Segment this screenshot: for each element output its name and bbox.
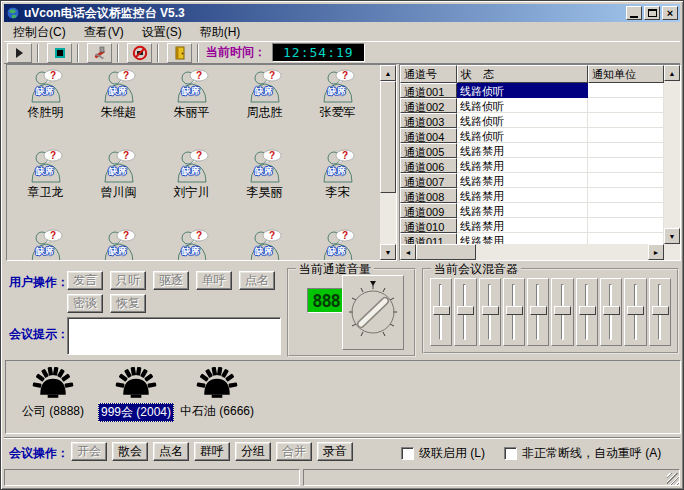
attendee-item[interactable]: 缺席 [9,229,82,260]
expel-button[interactable]: 驱逐 [153,271,189,290]
column-header-channel[interactable]: 通道号 [400,65,457,83]
scroll-up-button[interactable]: ▲ [664,65,680,81]
channel-row[interactable]: 通道004 线路侦听 [400,128,664,143]
channel-row[interactable]: 通道002 线路侦听 [400,98,664,113]
restore-button[interactable]: 恢复 [110,294,146,313]
slider-thumb[interactable] [627,306,644,315]
menu-help[interactable]: 帮助(H) [191,22,250,43]
attendee-item[interactable]: 缺席 朱维超 [82,69,155,149]
attendee-item[interactable]: 缺席 [82,229,155,260]
scroll-down-button[interactable]: ▼ [664,228,680,244]
mixer-slider[interactable] [479,278,501,346]
slider-thumb[interactable] [652,306,669,315]
channel-row-header[interactable]: 通道001 [400,83,457,98]
channels-vscrollbar[interactable]: ▲ ▼ [664,65,680,260]
attendee-item[interactable]: 缺席 李宋 [301,149,374,229]
mixer-slider[interactable] [527,278,549,346]
channel-row[interactable]: 通道001 线路侦听 [400,83,664,98]
channel-row[interactable]: 通道011 线路禁用 [400,233,664,244]
attendee-item[interactable]: 缺席 朱丽平 [155,69,228,149]
config-button[interactable] [87,43,112,63]
menu-console[interactable]: 控制台(C) [4,22,75,43]
channels-hscrollbar[interactable]: ◄ ► [400,244,664,260]
attendee-item[interactable]: 缺席 [228,229,301,260]
channel-row-header[interactable]: 通道010 [400,218,457,233]
disconnect-button[interactable] [127,43,152,63]
merge-button[interactable]: 合并 [276,442,312,461]
resize-grip[interactable] [667,473,679,485]
channel-row-header[interactable]: 通道002 [400,98,457,113]
channel-row[interactable]: 通道005 线路禁用 [400,143,664,158]
auto-recall-checkbox[interactable] [504,447,517,460]
conference-item[interactable]: 公司 (8888) [20,367,86,420]
minimize-button[interactable] [626,6,642,20]
attendee-item[interactable]: 缺席 佟胜明 [9,69,82,149]
channel-row[interactable]: 通道006 线路禁用 [400,158,664,173]
attendee-item[interactable]: 缺席 周忠胜 [228,69,301,149]
conference-item-selected[interactable]: 999会 (2004) [98,367,174,422]
group-call-button[interactable]: 群呼 [194,442,230,461]
mixer-slider[interactable] [430,278,452,346]
mixer-slider[interactable] [503,278,525,346]
scroll-left-button[interactable]: ◄ [400,244,416,260]
roll-call-user-button[interactable]: 点名 [239,271,275,290]
menu-settings[interactable]: 设置(S) [133,22,191,43]
volume-knob[interactable] [343,276,403,349]
attendees-scrollbar[interactable]: ▲ ▼ [380,65,396,260]
conference-item[interactable]: 中石油 (6666) [178,367,256,420]
attendee-item[interactable]: 缺席 刘宁川 [155,149,228,229]
end-meeting-button[interactable]: 散会 [112,442,148,461]
mixer-slider[interactable] [624,278,646,346]
mixer-slider[interactable] [576,278,598,346]
attendee-item[interactable]: 缺席 [155,229,228,260]
channel-row[interactable]: 通道003 线路侦听 [400,113,664,128]
close-button[interactable]: × [662,6,678,20]
attendee-item[interactable]: 缺席 张爱军 [301,69,374,149]
slider-thumb[interactable] [457,306,474,315]
meeting-prompt-input[interactable] [67,317,281,355]
channel-row-header[interactable]: 通道011 [400,233,457,244]
mixer-slider[interactable] [551,278,573,346]
listen-only-button[interactable]: 只听 [110,271,146,290]
channel-row-header[interactable]: 通道007 [400,173,457,188]
private-talk-button[interactable]: 密谈 [67,294,103,313]
slider-thumb[interactable] [482,306,499,315]
slider-thumb[interactable] [603,306,620,315]
scrollbar-thumb[interactable] [416,244,476,260]
attendee-item[interactable]: 缺席 曾川闽 [82,149,155,229]
channel-row-header[interactable]: 通道005 [400,143,457,158]
slider-thumb[interactable] [579,306,596,315]
channel-row-header[interactable]: 通道003 [400,113,457,128]
channel-row-header[interactable]: 通道004 [400,128,457,143]
channel-row-header[interactable]: 通道008 [400,188,457,203]
slider-thumb[interactable] [554,306,571,315]
slider-thumb[interactable] [433,306,450,315]
mixer-slider[interactable] [649,278,671,346]
channel-row[interactable]: 通道010 线路禁用 [400,218,664,233]
scroll-up-button[interactable]: ▲ [380,65,396,81]
roll-call-button[interactable]: 点名 [153,442,189,461]
slider-thumb[interactable] [506,306,523,315]
attendee-item[interactable]: 缺席 章卫龙 [9,149,82,229]
speak-button[interactable]: 发言 [67,271,103,290]
channel-row[interactable]: 通道009 线路禁用 [400,203,664,218]
maximize-button[interactable] [644,6,660,20]
menu-view[interactable]: 查看(V) [75,22,133,43]
slider-thumb[interactable] [530,306,547,315]
attendee-item[interactable]: 缺席 李昊丽 [228,149,301,229]
stop-button[interactable] [47,43,72,63]
column-header-notify[interactable]: 通知单位 [588,65,664,83]
exit-button[interactable] [167,43,192,63]
single-call-button[interactable]: 单呼 [196,271,232,290]
column-header-status[interactable]: 状 态 [457,65,588,83]
mixer-slider[interactable] [600,278,622,346]
scroll-down-button[interactable]: ▼ [380,244,396,260]
start-meeting-button[interactable]: 开会 [71,442,107,461]
record-button[interactable]: 录音 [317,442,353,461]
start-button[interactable] [7,43,32,63]
cascade-checkbox[interactable] [401,447,414,460]
scroll-right-button[interactable]: ► [648,244,664,260]
channel-row-header[interactable]: 通道009 [400,203,457,218]
attendee-item[interactable]: 缺席 [301,229,374,260]
channel-row[interactable]: 通道008 线路禁用 [400,188,664,203]
